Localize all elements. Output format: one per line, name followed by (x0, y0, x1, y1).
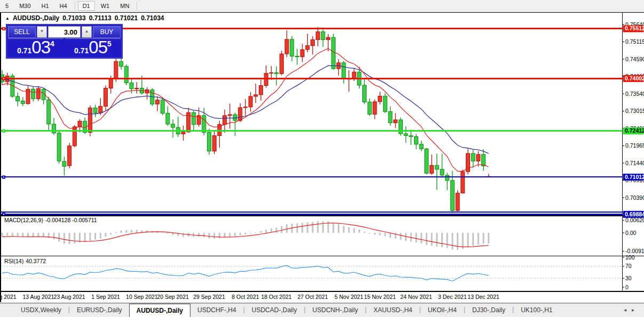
timeframe-button-mn[interactable]: MN (115, 1, 134, 11)
date-tick-label: 3 Dec 2021 (438, 294, 467, 300)
chart-tab-dj30-daily[interactable]: DJ30-,Daily (465, 304, 512, 317)
candle-bull (300, 50, 304, 57)
sell-button[interactable]: SELL (8, 26, 36, 38)
volume-decrease-button[interactable]: ▼ (37, 26, 47, 38)
candle-bear (233, 115, 237, 120)
chart-tab-xauusd-h4[interactable]: XAUUSD-,H4 (367, 304, 419, 317)
ohlc-low: 0.71021 (115, 14, 138, 22)
price-tick-label: 0.73015 (625, 108, 644, 114)
candle-bear (471, 153, 475, 161)
rsi-tick-label: 0 (625, 284, 629, 290)
candle-bear (368, 102, 371, 114)
one-click-trading-panel: SELL ▼ ▲ BUY 0.71 03 4 0.71 05 5 (6, 25, 122, 58)
candle-bear (446, 175, 449, 181)
chart-tab-usdcad-daily[interactable]: USDCAD-,Daily (245, 304, 304, 317)
candle-bear (321, 32, 325, 40)
hline-anchor-marker-center (3, 176, 4, 177)
candle-bear (47, 100, 51, 124)
candle-bull (243, 107, 247, 108)
candle-bull (73, 127, 76, 146)
collapse-chart-icon[interactable]: ▲ (5, 16, 10, 21)
candle-bear (57, 133, 61, 161)
candle-bear (435, 165, 439, 169)
timeframe-button-h4[interactable]: H4 (55, 1, 72, 11)
candle-bear (31, 89, 35, 99)
date-tick-label: 27 Oct 2021 (297, 294, 328, 300)
tab-scroll-right-icon[interactable]: ▸ (632, 307, 640, 313)
symbol-tab-bar: USDX,Weekly|EURUSD-,DailyAUDUSD-,DailyUS… (0, 303, 644, 317)
candle-bull (88, 108, 92, 133)
candle-bear (404, 134, 408, 136)
timeframe-button-h1[interactable]: H1 (37, 1, 54, 11)
candle-bear (120, 61, 123, 66)
price-tick-label: 0.71965 (625, 142, 644, 149)
chart-tab-audusd-daily[interactable]: AUDUSD-,Daily (129, 304, 190, 317)
chart-tab-ukoil-h4[interactable]: UKOil-,H4 (421, 304, 464, 317)
date-tick-label: 20 Sep 2021 (157, 294, 189, 300)
candle-bull (99, 107, 102, 113)
spinner-down-icon: ▼ (40, 29, 44, 34)
timeframe-button-5[interactable]: 5 (1, 1, 13, 11)
tab-scroll-left-icon[interactable]: ◂ (624, 307, 632, 313)
timeframe-button-m30[interactable]: M30 (14, 1, 35, 11)
candle-bull (228, 115, 232, 116)
date-tick-label: 4 Aug 2021 (0, 294, 17, 300)
rsi-value: 40.3772 (26, 258, 46, 264)
price-badge-label: 0.75512 (625, 25, 644, 31)
candle-bear (202, 116, 206, 133)
candle-bull (352, 72, 356, 78)
candle-bear (388, 111, 392, 123)
candle-bear (93, 108, 97, 113)
toolbar-separator (137, 2, 137, 10)
date-tick-label: 15 Nov 2021 (364, 294, 396, 300)
candle-bull (259, 86, 263, 95)
candle-bull (264, 74, 268, 86)
price-badge-label: 0.72412 (625, 127, 644, 134)
date-tick-label: 24 Nov 2021 (400, 294, 432, 300)
rsi-tick-label: 100 (625, 254, 635, 261)
rsi-tick-label: 30 (625, 275, 632, 281)
chart-title: ▲ AUDUSD-,Daily 0.71033 0.71113 0.71021 … (5, 14, 164, 22)
timeframe-button-d1[interactable]: D1 (78, 1, 95, 11)
chart-tab-eurusd-daily[interactable]: EURUSD-,Daily (70, 304, 129, 317)
candle-bull (238, 108, 242, 120)
candle-bull (114, 61, 118, 78)
date-tick-label: 29 Sep 2021 (193, 294, 225, 300)
timeframe-toolbar: 5M30H1H4D1W1MN (0, 0, 644, 12)
buy-price[interactable]: 0.71 05 5 (65, 38, 121, 56)
price-tick-label: 0.70390 (625, 194, 644, 201)
candle-bear (166, 113, 170, 124)
candle-bull (378, 96, 382, 102)
candle-bear (192, 112, 195, 124)
candle-bear (171, 124, 175, 127)
candle-bull (254, 95, 258, 96)
candle-bear (130, 83, 133, 89)
timeframe-button-w1[interactable]: W1 (96, 1, 115, 11)
rsi-tick-label: 70 (625, 263, 632, 269)
ohlc-high: 0.71113 (89, 14, 112, 22)
chart-tab-usdcnh-daily[interactable]: USDCNH-,Daily (306, 304, 365, 317)
candle-bear (275, 72, 279, 74)
toolbar-separator (75, 2, 75, 10)
chart-tab-uk100-h1[interactable]: UK100-,H1 (514, 304, 559, 317)
candle-bear (342, 63, 346, 79)
rsi-panel[interactable] (1, 265, 622, 281)
candle-bear (208, 132, 211, 151)
sell-price[interactable]: 0.71 03 4 (8, 38, 63, 56)
date-tick-label: 13 Dec 2021 (467, 294, 499, 300)
volume-increase-button[interactable]: ▲ (82, 26, 92, 38)
candle-bear (450, 181, 454, 210)
date-tick-label: 8 Oct 2021 (232, 294, 259, 300)
spinner-up-icon: ▲ (85, 29, 89, 34)
chart-symbol-period: AUDUSD-,Daily (13, 14, 59, 22)
macd-label: MACD(12,26,9)-0.004128 -0.005711 (4, 217, 99, 223)
chart-tab-usdx-weekly[interactable]: USDX,Weekly (14, 304, 68, 317)
candle-bull (181, 132, 185, 134)
date-tick-label: 10 Sep 2021 (126, 294, 158, 300)
buy-button[interactable]: BUY (93, 26, 121, 38)
macd-panel[interactable] (2, 221, 489, 250)
candle-bear (383, 96, 387, 111)
volume-input[interactable] (48, 26, 81, 38)
chart-tab-usdchf-h4[interactable]: USDCHF-,H4 (190, 304, 243, 317)
tab-scroll-arrows: ◂▸ (624, 307, 640, 313)
